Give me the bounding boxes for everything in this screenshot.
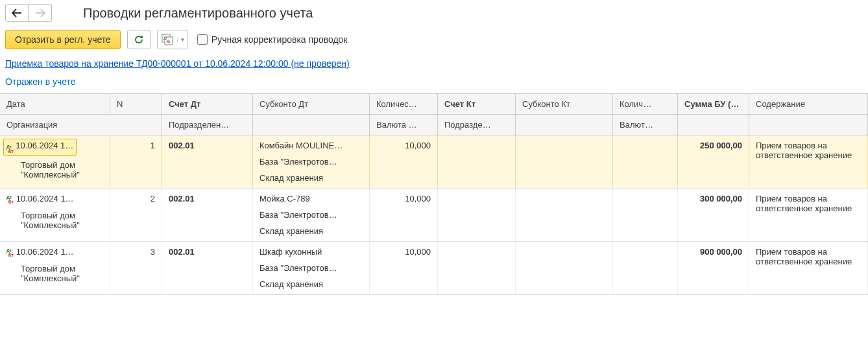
sum-value: 900 000,00 <box>678 242 749 294</box>
sub-dt-line: База "Электротов… <box>259 263 363 273</box>
desc-value: Прием товаров на ответственное хранение <box>749 242 868 294</box>
col-desc-header2 <box>749 115 868 135</box>
acct-dt-value: 002.01 <box>162 189 253 241</box>
document-link-row: Приемка товаров на хранение ТД00-000001 … <box>0 56 868 74</box>
date-value: 10.06.2024 1… <box>16 247 74 257</box>
sub-dt-line: Комбайн MOULINE… <box>259 141 363 150</box>
document-link[interactable]: Приемка товаров на хранение ТД00-000001 … <box>5 58 350 69</box>
col-curr-kt-header[interactable]: Валют… <box>613 115 678 135</box>
grid-header: Дата N Счет Дт Субконто Дт Количес… Счет… <box>0 94 868 135</box>
col-qty-kt-header[interactable]: Колич… <box>613 94 678 114</box>
col-n-header[interactable]: N <box>110 94 162 114</box>
manual-correction-checkbox[interactable] <box>197 34 208 45</box>
sub-kt-value <box>516 242 613 294</box>
grid-body: ДтКт 10.06.2024 1…Торговый дом "Комплекс… <box>0 135 868 295</box>
reflect-button[interactable]: Отразить в регл. учете <box>5 30 121 49</box>
qty-kt-value <box>613 189 678 241</box>
sub-kt-value <box>516 135 613 188</box>
date-org-cell: ДтКт10.06.2024 1…Торговый дом "Комплексн… <box>0 242 110 294</box>
date-value: 10.06.2024 1… <box>16 194 74 203</box>
col-sub-dt-header2 <box>253 115 370 135</box>
qty-kt-value <box>613 242 678 294</box>
sub-dt-cell: Комбайн MOULINE…База "Электротов…Склад х… <box>253 135 370 188</box>
grid-header-row-1: Дата N Счет Дт Субконто Дт Количес… Счет… <box>0 94 868 115</box>
dtkt-dropdown-button[interactable]: Дт Кт ▼ <box>157 30 188 49</box>
qty-dt-value: 10,000 <box>370 242 438 294</box>
toolbar-top: Проводки регламентированного учета <box>0 0 868 26</box>
desc-value: Прием товаров на ответственное хранение <box>749 189 868 241</box>
col-date-header[interactable]: Дата <box>0 94 110 114</box>
col-desc-header[interactable]: Содержание <box>749 94 868 114</box>
sub-kt-value <box>516 189 613 241</box>
desc-value: Прием товаров на ответственное хранение <box>749 135 868 188</box>
sub-dt-line: Склад хранения <box>259 173 363 183</box>
col-qty-dt-header[interactable]: Количес… <box>370 94 438 114</box>
col-sum-header[interactable]: Сумма БУ (RUB) <box>678 94 749 114</box>
sub-dt-line: Склад хранения <box>259 226 363 236</box>
org-value: Торговый дом "Комплексный" <box>6 211 103 230</box>
dtkt-icon: Дт Кт <box>162 34 173 45</box>
sub-dt-line: База "Электротов… <box>259 157 363 167</box>
dtkt-icon: ДтКт <box>6 145 14 154</box>
org-value: Торговый дом "Комплексный" <box>6 264 103 283</box>
chevron-down-icon: ▼ <box>177 37 187 43</box>
manual-correction-label: Ручная корректировка проводок <box>211 34 348 45</box>
page-title: Проводки регламентированного учета <box>83 6 313 21</box>
col-org-header[interactable]: Организация <box>0 115 162 135</box>
org-value: Торговый дом "Комплексный" <box>6 160 103 180</box>
row-number: 2 <box>110 189 162 241</box>
date-value: 10.06.2024 1… <box>16 141 73 150</box>
dtkt-icon: ДтКт <box>6 195 14 204</box>
qty-dt-value: 10,000 <box>370 189 438 241</box>
col-dept-kt-header[interactable]: Подразде… <box>438 115 516 135</box>
col-sum-header2 <box>678 115 749 135</box>
col-sub-kt-header2 <box>516 115 613 135</box>
arrow-left-icon <box>12 8 22 17</box>
qty-kt-value <box>613 135 678 188</box>
table-row[interactable]: ДтКт10.06.2024 1…Торговый дом "Комплексн… <box>0 242 868 295</box>
sum-value: 250 000,00 <box>678 135 749 188</box>
acct-kt-value <box>438 189 516 241</box>
dtkt-icon: ДтКт <box>6 248 14 257</box>
manual-correction-checkbox-wrap: Ручная корректировка проводок <box>197 34 348 45</box>
row-number: 3 <box>110 242 162 294</box>
refresh-icon <box>134 34 144 45</box>
table-row[interactable]: ДтКт 10.06.2024 1…Торговый дом "Комплекс… <box>0 135 868 189</box>
acct-dt-value: 002.01 <box>162 135 253 188</box>
nav-buttons <box>5 4 52 22</box>
sub-dt-line: База "Электротов… <box>259 210 363 220</box>
forward-button[interactable] <box>29 4 52 22</box>
sub-dt-cell: Мойка С-789База "Электротов…Склад хранен… <box>253 189 370 241</box>
table-row[interactable]: ДтКт10.06.2024 1…Торговый дом "Комплексн… <box>0 189 868 242</box>
qty-dt-value: 10,000 <box>370 135 438 188</box>
date-org-cell: ДтКт 10.06.2024 1…Торговый дом "Комплекс… <box>0 135 110 188</box>
acct-dt-value: 002.01 <box>162 242 253 294</box>
toolbar-actions: Отразить в регл. учете Дт Кт ▼ Ручная ко… <box>0 26 868 56</box>
grid-header-row-2: Организация Подразделен… Валюта … Подраз… <box>0 115 868 135</box>
sub-dt-line: Склад хранения <box>259 279 363 289</box>
acct-kt-value <box>438 242 516 294</box>
col-sub-kt-header[interactable]: Субконто Кт <box>516 94 613 114</box>
row-number: 1 <box>110 135 162 188</box>
col-sub-dt-header[interactable]: Субконто Дт <box>253 94 370 114</box>
sub-dt-line: Шкаф кухонный <box>259 247 363 257</box>
col-curr-dt-header[interactable]: Валюта … <box>370 115 438 135</box>
sub-dt-cell: Шкаф кухонныйБаза "Электротов…Склад хран… <box>253 242 370 294</box>
back-button[interactable] <box>5 4 29 22</box>
sum-value: 300 000,00 <box>678 189 749 241</box>
arrow-right-icon <box>35 8 45 17</box>
acct-kt-value <box>438 135 516 188</box>
col-dept-dt-header[interactable]: Подразделен… <box>162 115 253 135</box>
svg-text:Кт: Кт <box>167 40 171 43</box>
date-org-cell: ДтКт10.06.2024 1…Торговый дом "Комплексн… <box>0 189 110 241</box>
col-acct-dt-header[interactable]: Счет Дт <box>162 94 253 114</box>
refresh-button[interactable] <box>127 30 151 49</box>
entries-grid: Дата N Счет Дт Субконто Дт Количес… Счет… <box>0 93 868 295</box>
sub-dt-line: Мойка С-789 <box>259 194 363 203</box>
status-text: Отражен в учете <box>0 74 868 93</box>
col-acct-kt-header[interactable]: Счет Кт <box>438 94 516 114</box>
